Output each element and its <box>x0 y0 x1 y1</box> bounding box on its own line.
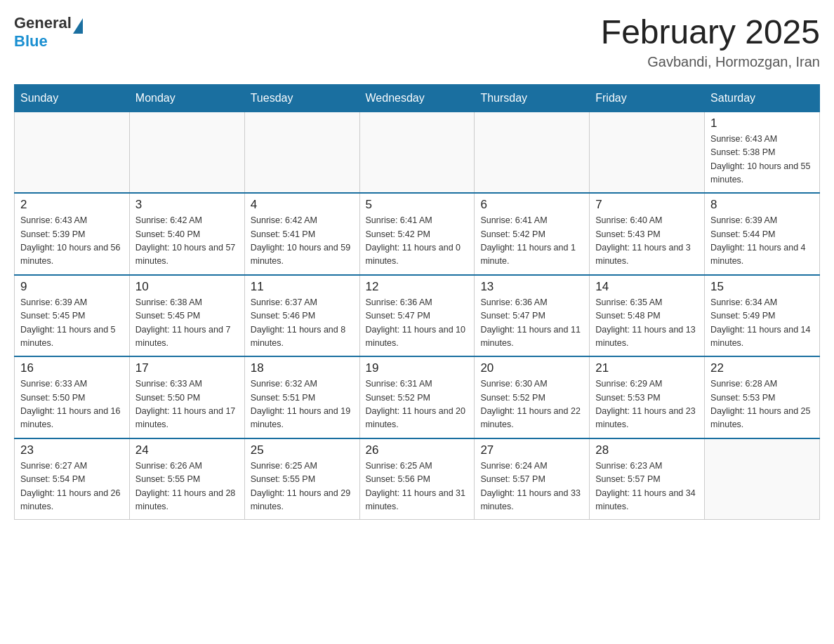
weekday-header-row: SundayMondayTuesdayWednesdayThursdayFrid… <box>15 84 820 112</box>
day-info: Sunrise: 6:39 AMSunset: 5:44 PMDaylight:… <box>710 214 814 269</box>
logo-general-text: General <box>14 14 72 32</box>
day-number: 21 <box>595 361 699 375</box>
title-section: February 2025 Gavbandi, Hormozgan, Iran <box>601 14 820 70</box>
calendar-cell-week3-day3: 11Sunrise: 6:37 AMSunset: 5:46 PMDayligh… <box>244 275 359 357</box>
day-info: Sunrise: 6:25 AMSunset: 5:55 PMDaylight:… <box>251 459 354 514</box>
day-info: Sunrise: 6:41 AMSunset: 5:42 PMDaylight:… <box>366 214 469 269</box>
calendar-cell-week3-day6: 14Sunrise: 6:35 AMSunset: 5:48 PMDayligh… <box>590 275 705 357</box>
weekday-header-monday: Monday <box>129 84 244 112</box>
calendar-week-5: 23Sunrise: 6:27 AMSunset: 5:54 PMDayligh… <box>15 438 820 520</box>
day-number: 25 <box>251 443 354 457</box>
day-info: Sunrise: 6:42 AMSunset: 5:40 PMDaylight:… <box>135 214 239 269</box>
day-info: Sunrise: 6:36 AMSunset: 5:47 PMDaylight:… <box>480 296 583 351</box>
day-number: 19 <box>366 361 469 375</box>
day-number: 13 <box>480 280 583 294</box>
calendar-cell-week4-day5: 20Sunrise: 6:30 AMSunset: 5:52 PMDayligh… <box>475 356 590 438</box>
calendar-cell-week4-day6: 21Sunrise: 6:29 AMSunset: 5:53 PMDayligh… <box>590 356 705 438</box>
calendar-week-4: 16Sunrise: 6:33 AMSunset: 5:50 PMDayligh… <box>15 356 820 438</box>
calendar-cell-week3-day4: 12Sunrise: 6:36 AMSunset: 5:47 PMDayligh… <box>359 275 475 357</box>
day-number: 4 <box>251 198 354 212</box>
day-info: Sunrise: 6:39 AMSunset: 5:45 PMDaylight:… <box>20 296 124 351</box>
calendar-cell-week4-day3: 18Sunrise: 6:32 AMSunset: 5:51 PMDayligh… <box>244 356 359 438</box>
calendar-subtitle: Gavbandi, Hormozgan, Iran <box>601 54 820 70</box>
calendar-cell-week3-day2: 10Sunrise: 6:38 AMSunset: 5:45 PMDayligh… <box>129 275 244 357</box>
day-info: Sunrise: 6:43 AMSunset: 5:39 PMDaylight:… <box>20 214 124 269</box>
day-number: 10 <box>135 280 239 294</box>
calendar-cell-week3-day1: 9Sunrise: 6:39 AMSunset: 5:45 PMDaylight… <box>15 275 130 357</box>
calendar-cell-week2-day3: 4Sunrise: 6:42 AMSunset: 5:41 PMDaylight… <box>244 193 359 275</box>
day-number: 3 <box>135 198 239 212</box>
day-number: 18 <box>251 361 354 375</box>
calendar-cell-week4-day7: 22Sunrise: 6:28 AMSunset: 5:53 PMDayligh… <box>705 356 820 438</box>
calendar-cell-week3-day7: 15Sunrise: 6:34 AMSunset: 5:49 PMDayligh… <box>705 275 820 357</box>
calendar-cell-week2-day6: 7Sunrise: 6:40 AMSunset: 5:43 PMDaylight… <box>590 193 705 275</box>
calendar-cell-week2-day7: 8Sunrise: 6:39 AMSunset: 5:44 PMDaylight… <box>705 193 820 275</box>
day-number: 6 <box>480 198 583 212</box>
calendar-cell-week5-day1: 23Sunrise: 6:27 AMSunset: 5:54 PMDayligh… <box>15 438 130 520</box>
day-info: Sunrise: 6:37 AMSunset: 5:46 PMDaylight:… <box>251 296 354 351</box>
day-info: Sunrise: 6:33 AMSunset: 5:50 PMDaylight:… <box>20 377 124 432</box>
day-info: Sunrise: 6:25 AMSunset: 5:56 PMDaylight:… <box>366 459 469 514</box>
day-number: 22 <box>710 361 814 375</box>
weekday-header-thursday: Thursday <box>475 84 590 112</box>
calendar-cell-week5-day6: 28Sunrise: 6:23 AMSunset: 5:57 PMDayligh… <box>590 438 705 520</box>
calendar-cell-week4-day1: 16Sunrise: 6:33 AMSunset: 5:50 PMDayligh… <box>15 356 130 438</box>
day-info: Sunrise: 6:24 AMSunset: 5:57 PMDaylight:… <box>480 459 583 514</box>
day-info: Sunrise: 6:42 AMSunset: 5:41 PMDaylight:… <box>251 214 354 269</box>
calendar-cell-week1-day2 <box>129 112 244 193</box>
day-number: 17 <box>135 361 239 375</box>
calendar-cell-week5-day4: 26Sunrise: 6:25 AMSunset: 5:56 PMDayligh… <box>359 438 475 520</box>
calendar-cell-week5-day7 <box>705 438 820 520</box>
day-info: Sunrise: 6:34 AMSunset: 5:49 PMDaylight:… <box>710 296 814 351</box>
day-info: Sunrise: 6:40 AMSunset: 5:43 PMDaylight:… <box>595 214 699 269</box>
weekday-header-sunday: Sunday <box>15 84 130 112</box>
day-info: Sunrise: 6:41 AMSunset: 5:42 PMDaylight:… <box>480 214 583 269</box>
weekday-header-friday: Friday <box>590 84 705 112</box>
logo-blue-text: Blue <box>14 32 48 51</box>
day-number: 9 <box>20 280 124 294</box>
calendar-cell-week1-day7: 1Sunrise: 6:43 AMSunset: 5:38 PMDaylight… <box>705 112 820 193</box>
day-number: 11 <box>251 280 354 294</box>
day-info: Sunrise: 6:36 AMSunset: 5:47 PMDaylight:… <box>366 296 469 351</box>
calendar-cell-week5-day3: 25Sunrise: 6:25 AMSunset: 5:55 PMDayligh… <box>244 438 359 520</box>
calendar-cell-week2-day1: 2Sunrise: 6:43 AMSunset: 5:39 PMDaylight… <box>15 193 130 275</box>
day-number: 27 <box>480 443 583 457</box>
day-number: 16 <box>20 361 124 375</box>
calendar-week-1: 1Sunrise: 6:43 AMSunset: 5:38 PMDaylight… <box>15 112 820 193</box>
day-info: Sunrise: 6:26 AMSunset: 5:55 PMDaylight:… <box>135 459 239 514</box>
calendar-week-2: 2Sunrise: 6:43 AMSunset: 5:39 PMDaylight… <box>15 193 820 275</box>
calendar-cell-week5-day2: 24Sunrise: 6:26 AMSunset: 5:55 PMDayligh… <box>129 438 244 520</box>
day-number: 26 <box>366 443 469 457</box>
calendar-cell-week5-day5: 27Sunrise: 6:24 AMSunset: 5:57 PMDayligh… <box>475 438 590 520</box>
logo-triangle-icon <box>73 18 83 34</box>
page-header: General Blue February 2025 Gavbandi, Hor… <box>14 14 820 70</box>
calendar-cell-week3-day5: 13Sunrise: 6:36 AMSunset: 5:47 PMDayligh… <box>475 275 590 357</box>
day-number: 7 <box>595 198 699 212</box>
day-info: Sunrise: 6:31 AMSunset: 5:52 PMDaylight:… <box>366 377 469 432</box>
day-info: Sunrise: 6:28 AMSunset: 5:53 PMDaylight:… <box>710 377 814 432</box>
calendar-cell-week2-day4: 5Sunrise: 6:41 AMSunset: 5:42 PMDaylight… <box>359 193 475 275</box>
day-number: 2 <box>20 198 124 212</box>
calendar-table: SundayMondayTuesdayWednesdayThursdayFrid… <box>14 84 820 521</box>
day-number: 8 <box>710 198 814 212</box>
day-number: 20 <box>480 361 583 375</box>
calendar-title: February 2025 <box>601 14 820 51</box>
weekday-header-saturday: Saturday <box>705 84 820 112</box>
day-info: Sunrise: 6:29 AMSunset: 5:53 PMDaylight:… <box>595 377 699 432</box>
day-number: 23 <box>20 443 124 457</box>
day-number: 28 <box>595 443 699 457</box>
calendar-cell-week1-day1 <box>15 112 130 193</box>
calendar-cell-week4-day2: 17Sunrise: 6:33 AMSunset: 5:50 PMDayligh… <box>129 356 244 438</box>
day-number: 1 <box>710 116 814 130</box>
weekday-header-wednesday: Wednesday <box>359 84 475 112</box>
day-info: Sunrise: 6:30 AMSunset: 5:52 PMDaylight:… <box>480 377 583 432</box>
day-info: Sunrise: 6:32 AMSunset: 5:51 PMDaylight:… <box>251 377 354 432</box>
logo: General Blue <box>14 14 83 51</box>
calendar-cell-week2-day5: 6Sunrise: 6:41 AMSunset: 5:42 PMDaylight… <box>475 193 590 275</box>
weekday-header-tuesday: Tuesday <box>244 84 359 112</box>
calendar-cell-week1-day3 <box>244 112 359 193</box>
day-number: 14 <box>595 280 699 294</box>
calendar-week-3: 9Sunrise: 6:39 AMSunset: 5:45 PMDaylight… <box>15 275 820 357</box>
day-number: 24 <box>135 443 239 457</box>
day-info: Sunrise: 6:43 AMSunset: 5:38 PMDaylight:… <box>710 133 814 187</box>
